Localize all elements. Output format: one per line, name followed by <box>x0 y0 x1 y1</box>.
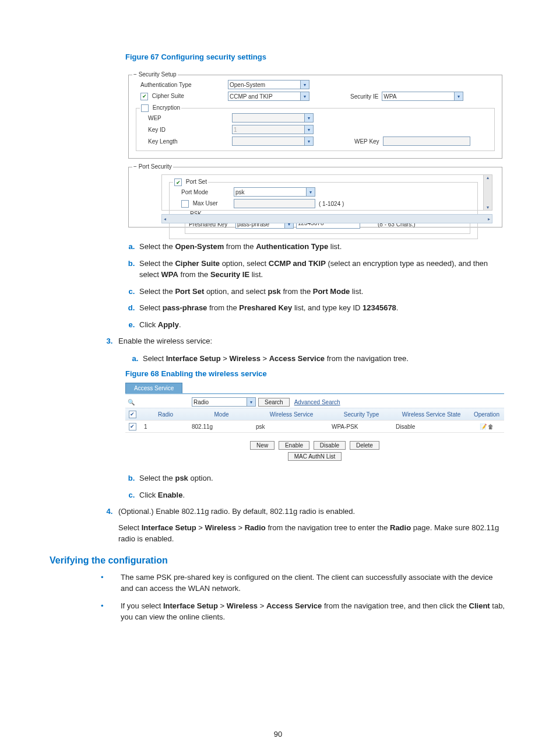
chevron-down-icon: ▾ <box>454 92 463 100</box>
mac-authn-button[interactable]: MAC AuthN List <box>288 452 342 461</box>
advanced-search-link[interactable]: Advanced Search <box>294 399 340 405</box>
page-number: 90 <box>0 730 556 738</box>
search-button[interactable]: Search <box>258 398 290 407</box>
auth-type-value: Open-System <box>230 82 265 88</box>
verify-bullet-1: The same PSK pre-shared key is configure… <box>112 572 506 594</box>
step-3b: Select the psk option. <box>137 473 506 484</box>
figure-68: Access Service 🔍 Radio ▾ Search Advanced… <box>125 383 504 461</box>
port-mode-select[interactable]: psk ▾ <box>234 187 315 197</box>
wepkey-input <box>383 136 470 146</box>
chevron-down-icon: ▾ <box>247 398 255 406</box>
port-security-legend: Port Security <box>132 163 173 170</box>
chevron-down-icon: ▾ <box>300 80 309 89</box>
security-ie-label: Security IE <box>350 93 378 100</box>
wep-select: ▾ <box>232 113 314 123</box>
step-3: Enable the wireless service: Select Inte… <box>50 335 506 364</box>
step-d: Select pass-phrase from the Preshared Ke… <box>137 302 506 314</box>
step-4: (Optional.) Enable 802.11g radio. By def… <box>50 506 506 545</box>
disable-button[interactable]: Disable <box>314 441 346 450</box>
table-row: ✔ 1 802.11g psk WPA-PSK Disable 📝 🗑 <box>125 421 504 433</box>
scrollbar-vertical[interactable]: ▴▾ <box>483 175 492 210</box>
figure-67: Security Setup Authentication Type Open-… <box>125 66 505 230</box>
figure-68-caption: Figure 68 Enabling the wireless service <box>125 369 506 378</box>
verify-bullets: The same PSK pre-shared key is configure… <box>50 572 506 623</box>
search-icon: 🔍 <box>125 399 192 405</box>
button-row: New Enable Disable Delete <box>125 441 504 450</box>
chevron-down-icon: ▾ <box>304 125 313 134</box>
auth-type-select[interactable]: Open-System ▾ <box>228 80 309 89</box>
delete-icon[interactable]: 🗑 <box>488 424 494 430</box>
step-4-lead: (Optional.) Enable 802.11g radio. By def… <box>118 507 355 516</box>
max-user-input <box>234 199 315 208</box>
select-all-checkbox[interactable]: ✔ <box>129 411 136 418</box>
step-b: Select the Cipher Suite option, select C… <box>137 258 506 281</box>
step-e: Click Apply. <box>137 319 506 331</box>
security-ie-select[interactable]: WPA ▾ <box>382 92 463 101</box>
encryption-legend: Encryption <box>140 104 181 112</box>
port-security-scrollbox: ✔ Port Set Port Mode psk ▾ <box>161 174 492 211</box>
chevron-down-icon: ▾ <box>300 92 309 100</box>
new-button[interactable]: New <box>250 441 275 450</box>
wepkey-label: WEP Key <box>354 138 379 145</box>
step-4-body: Select Interface Setup > Wireless > Radi… <box>118 522 506 545</box>
port-mode-label: Port Mode <box>173 189 234 195</box>
access-service-tab[interactable]: Access Service <box>125 383 182 393</box>
cipher-suite-select[interactable]: CCMP and TKIP ▾ <box>228 92 309 101</box>
cipher-suite-label: ✔ Cipher Suite <box>132 93 228 100</box>
verify-bullet-2: If you select Interface Setup > Wireless… <box>112 600 506 623</box>
step-3-lead: Enable the wireless service: <box>118 337 212 345</box>
step-c: Select the Port Set option, and select p… <box>137 286 506 298</box>
enable-button[interactable]: Enable <box>279 441 309 450</box>
step-3a: Select Interface Setup > Wireless > Acce… <box>140 353 506 365</box>
delete-button[interactable]: Delete <box>350 441 379 450</box>
cipher-suite-checkbox[interactable]: ✔ <box>140 93 148 100</box>
wep-label: WEP <box>140 115 232 121</box>
auth-type-label: Authentication Type <box>132 82 228 88</box>
keyid-select: 1 ▾ <box>232 125 314 134</box>
port-set-checkbox[interactable]: ✔ <box>174 178 182 186</box>
max-user-label: Max User <box>173 200 234 208</box>
keylen-select: ▾ <box>232 136 314 146</box>
step-3c: Click Enable. <box>137 489 506 501</box>
scrollbar-horizontal[interactable]: ◂▸ <box>161 214 492 223</box>
substeps-b-c: Select the psk option. Click Enable. <box>50 473 506 501</box>
chevron-down-icon: ▾ <box>304 114 313 122</box>
table-header: ✔ Radio Mode Wireless Service Security T… <box>125 408 504 421</box>
verifying-heading: Verifying the configuration <box>50 555 506 566</box>
chevron-down-icon: ▾ <box>306 188 315 196</box>
port-set-legend: ✔ Port Set <box>173 178 208 186</box>
max-user-hint: ( 1-1024 ) <box>319 201 344 207</box>
max-user-checkbox[interactable] <box>181 200 189 208</box>
substeps-a-e: Select the Open-System from the Authenti… <box>50 241 506 330</box>
keylen-label: Key Length <box>140 138 232 145</box>
figure-67-caption: Figure 67 Configuring security settings <box>125 52 506 61</box>
security-setup-legend: Security Setup <box>132 71 178 78</box>
encryption-checkbox[interactable] <box>141 104 149 112</box>
chevron-down-icon: ▾ <box>304 137 313 145</box>
keyid-label: Key ID <box>140 127 232 133</box>
row-checkbox[interactable]: ✔ <box>129 423 136 430</box>
search-column-select[interactable]: Radio ▾ <box>192 397 256 407</box>
edit-icon[interactable]: 📝 <box>480 424 487 430</box>
